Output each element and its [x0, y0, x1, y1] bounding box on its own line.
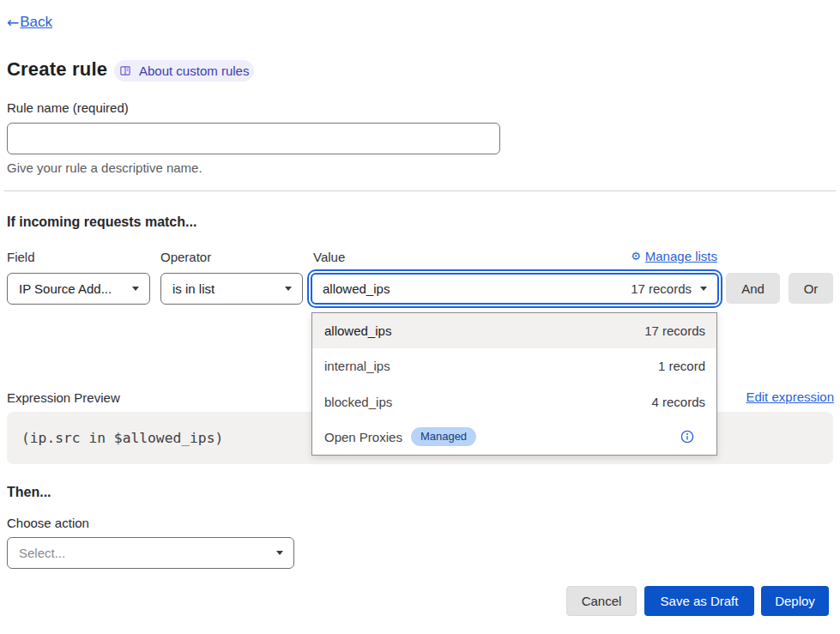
- action-select-placeholder: Select...: [19, 546, 268, 560]
- back-arrow-icon: ←: [7, 14, 19, 31]
- then-section-heading: Then...: [7, 485, 51, 500]
- back-link[interactable]: ←Back: [7, 14, 52, 31]
- about-badge-label: About custom rules: [139, 63, 249, 78]
- list-option-records: 1 record: [658, 359, 705, 373]
- save-as-draft-button[interactable]: Save as Draft: [644, 586, 754, 616]
- list-option-name: Open Proxies: [324, 430, 402, 444]
- value-selected-records: 17 records: [631, 281, 692, 296]
- list-option-records: 17 records: [644, 323, 705, 338]
- about-custom-rules-badge[interactable]: About custom rules: [114, 60, 254, 82]
- info-icon[interactable]: [680, 430, 694, 444]
- or-button[interactable]: Or: [789, 273, 833, 304]
- section-divider: [4, 190, 836, 191]
- gear-icon: ⚙: [631, 250, 641, 263]
- field-select-value: IP Source Add...: [19, 281, 124, 296]
- list-option-name: blocked_ips: [324, 395, 392, 409]
- list-option-open-proxies[interactable]: Open Proxies Managed: [312, 420, 716, 455]
- chevron-down-icon: [700, 287, 707, 291]
- value-combobox[interactable]: allowed_ips 17 records: [311, 273, 719, 305]
- page-title: Create rule: [7, 58, 107, 81]
- value-dropdown-panel: allowed_ips 17 records internal_ips 1 re…: [311, 312, 717, 456]
- value-selected-name: allowed_ips: [323, 281, 620, 296]
- cancel-button[interactable]: Cancel: [566, 586, 637, 616]
- managed-badge: Managed: [411, 427, 476, 446]
- expression-preview-label: Expression Preview: [7, 390, 120, 405]
- deploy-button[interactable]: Deploy: [761, 586, 829, 616]
- book-icon: [119, 64, 131, 77]
- operator-select[interactable]: is in list: [160, 273, 303, 305]
- and-button[interactable]: And: [726, 273, 780, 304]
- chevron-down-icon: [276, 551, 283, 555]
- operator-column-label: Operator: [160, 250, 211, 264]
- edit-expression-label: Edit expression: [746, 389, 834, 404]
- list-option-name: allowed_ips: [324, 323, 391, 338]
- field-column-label: Field: [7, 250, 35, 264]
- operator-select-value: is in list: [172, 281, 276, 296]
- rule-name-helper: Give your rule a descriptive name.: [7, 160, 202, 175]
- chevron-down-icon: [132, 287, 139, 291]
- edit-expression-link[interactable]: Edit expression: [746, 389, 834, 404]
- expression-code: (ip.src in $allowed_ips): [21, 412, 223, 464]
- choose-action-label: Choose action: [7, 516, 89, 530]
- rule-name-label: Rule name (required): [7, 100, 129, 115]
- list-option-internal-ips[interactable]: internal_ips 1 record: [312, 348, 716, 383]
- manage-lists-link[interactable]: ⚙ Manage lists: [631, 249, 717, 263]
- value-column-label: Value: [313, 250, 345, 264]
- field-select[interactable]: IP Source Add...: [7, 273, 150, 305]
- back-label: Back: [20, 14, 52, 31]
- list-option-allowed-ips[interactable]: allowed_ips 17 records: [312, 313, 716, 348]
- manage-lists-label: Manage lists: [645, 249, 717, 263]
- chevron-down-icon: [285, 287, 292, 291]
- rule-name-input[interactable]: [7, 123, 500, 154]
- match-section-heading: If incoming requests match...: [7, 214, 196, 230]
- list-option-records: 4 records: [651, 395, 705, 409]
- action-select[interactable]: Select...: [7, 537, 294, 569]
- list-option-blocked-ips[interactable]: blocked_ips 4 records: [312, 384, 716, 420]
- list-option-name: internal_ips: [324, 359, 390, 373]
